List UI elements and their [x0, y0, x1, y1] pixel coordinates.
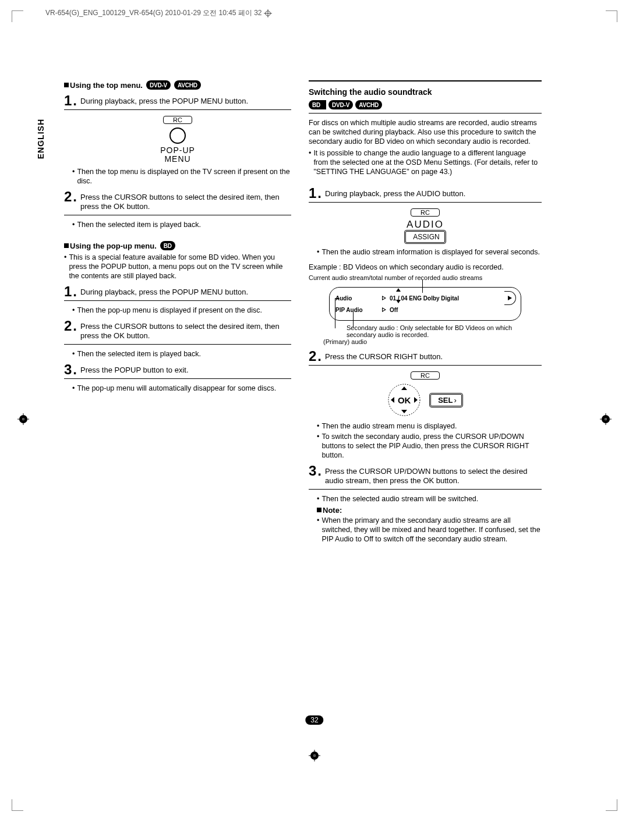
section-heading: Using the top menu. DVD-V AVCHD: [64, 80, 291, 90]
intro-text: •This is a special feature available for…: [64, 253, 291, 281]
caption: (Primary) audio: [323, 338, 521, 345]
avchd-pill-icon: AVCHD: [355, 100, 382, 109]
bullet: •Then the selected item is played back.: [72, 220, 291, 229]
step-text: Press the POPUP button to exit.: [80, 364, 188, 375]
rc-label: RC: [411, 208, 440, 217]
step-number: 1: [309, 188, 316, 199]
bullet: •To switch the secondary audio, press th…: [317, 432, 542, 460]
bullet: •Then the audio stream menu is displayed…: [317, 421, 542, 431]
ok-dpad-icon: OK: [387, 383, 421, 417]
print-header-text: VR-654(G)_ENG_100129_VR-654(G) 2010-01-2…: [45, 8, 262, 18]
step-3: 3. Press the CURSOR UP/DOWN buttons to s…: [309, 466, 542, 485]
crop-mark: [12, 799, 23, 811]
avchd-pill-icon: AVCHD: [174, 80, 201, 90]
step-number: 2: [64, 192, 72, 202]
language-tab: ENGLISH: [36, 119, 45, 159]
step-number: 2: [64, 321, 72, 331]
bullet: •The pop-up menu will automatically disa…: [72, 384, 291, 393]
button-icon: [169, 127, 186, 144]
bd-pill-icon: BD: [309, 100, 326, 109]
bullet: •When the primary and the secondary audi…: [317, 516, 542, 544]
page-number: 32: [305, 715, 323, 725]
play-indicator-icon: [504, 291, 516, 305]
caption: Current audio stream/total number of rec…: [309, 274, 542, 281]
osd-field: Audio: [335, 295, 370, 302]
osd-value: Off: [390, 307, 398, 313]
step-text: During playback, press the POPUP MENU bu…: [80, 95, 248, 106]
heading-text: Using the top menu.: [70, 81, 143, 90]
step-number: 3: [64, 364, 72, 375]
step-number: 1: [64, 95, 72, 106]
rc-label: RC: [411, 371, 440, 380]
caption: Secondary audio : Only selectable for BD…: [347, 324, 521, 338]
dvdv-pill-icon: DVD-V: [146, 80, 171, 90]
assign-label: ASSIGN: [404, 230, 446, 244]
crop-mark: [606, 10, 617, 22]
crop-mark: [12, 10, 23, 22]
section-heading: Using the pop-up menu. BD: [64, 241, 291, 250]
step-number: 3: [309, 466, 316, 476]
bullet: •Then the selected item is played back.: [72, 349, 291, 359]
step-2: 2. Press the CURSOR buttons to select th…: [64, 192, 291, 211]
bullet: •Then the audio stream information is di…: [317, 247, 542, 257]
step-3: 3. Press the POPUP button to exit.: [64, 364, 291, 375]
print-header: VR-654(G)_ENG_100129_VR-654(G) 2010-01-2…: [45, 8, 272, 18]
crop-mark: [606, 799, 617, 811]
button-label: POP-UP MENU: [160, 146, 195, 164]
remote-diagram: RC AUDIO ASSIGN: [309, 208, 542, 244]
registration-mark-icon: [309, 750, 320, 761]
step-text: During playback, press the POPUP MENU bu…: [80, 286, 248, 297]
bullet: •Then the pop-up menu is displayed if pr…: [72, 306, 291, 315]
dvdv-pill-icon: DVD-V: [328, 100, 353, 109]
step-text: Press the CURSOR buttons to select the d…: [80, 192, 291, 211]
step-1: 1. During playback, press the POPUP MENU…: [64, 95, 291, 106]
section-title: Switching the audio soundtrack: [309, 86, 542, 98]
left-column: Using the top menu. DVD-V AVCHD 1. Durin…: [64, 80, 291, 545]
intro-text: For discs on which multiple audio stream…: [309, 118, 542, 146]
step-1: 1. During playback, press the AUDIO butt…: [309, 188, 542, 199]
note-label: Note:: [323, 506, 342, 515]
audio-label: AUDIO: [407, 220, 444, 229]
step-2: 2. Press the CURSOR buttons to select th…: [64, 321, 291, 341]
step-text: During playback, press the AUDIO button.: [325, 188, 465, 199]
right-column: Switching the audio soundtrack BD DVD-V …: [309, 80, 542, 545]
remote-diagram: RC POP-UP MENU: [64, 116, 291, 164]
registration-mark-icon: [264, 9, 272, 17]
registration-mark-icon: [17, 413, 29, 425]
bd-pill-icon: BD: [160, 241, 175, 250]
bullet: •Then the top menu is displayed on the T…: [72, 167, 291, 186]
rc-label: RC: [163, 116, 192, 124]
osd-screenshot: Audio 01 / 04 ENG Dolby Digital PIP Audi…: [329, 287, 521, 345]
sel-button: SEL ›: [429, 393, 463, 407]
step-number: 2: [309, 351, 316, 361]
step-1: 1. During playback, press the POPUP MENU…: [64, 286, 291, 297]
step-number: 1: [64, 286, 72, 297]
play-icon: [382, 296, 386, 300]
step-text: Press the CURSOR RIGHT button.: [325, 351, 443, 361]
example-text: Example : BD Videos on which secondary a…: [309, 263, 542, 272]
registration-mark-icon: [600, 413, 612, 425]
remote-diagram: RC OK SEL ›: [309, 371, 542, 417]
step-text: Press the CURSOR buttons to select the d…: [80, 321, 291, 341]
step-text: Press the CURSOR UP/DOWN buttons to sele…: [325, 466, 542, 485]
bullet: •Then the selected audio stream will be …: [317, 494, 542, 504]
play-icon: [382, 307, 386, 312]
bullet: •It is possible to change the audio lang…: [309, 148, 542, 176]
page-content: Using the top menu. DVD-V AVCHD 1. Durin…: [64, 80, 571, 545]
step-2: 2. Press the CURSOR RIGHT button.: [309, 351, 542, 361]
heading-text: Using the pop-up menu.: [70, 242, 157, 250]
